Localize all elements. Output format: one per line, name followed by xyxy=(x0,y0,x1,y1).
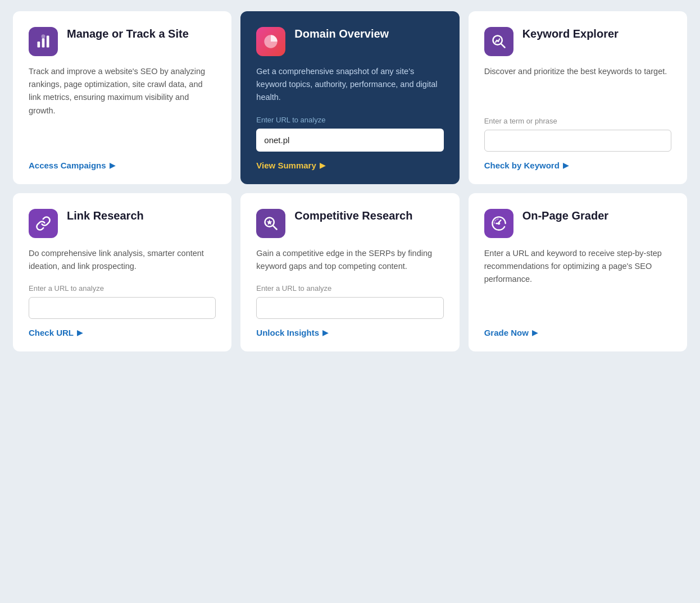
card-link-competitive-research[interactable]: Unlock Insights ▶ xyxy=(256,328,328,337)
card-title-wrap-competitive-research: Competitive Research xyxy=(294,209,412,222)
card-link-domain-overview[interactable]: View Summary ▶ xyxy=(256,161,325,170)
card-link-arrow-link-research: ▶ xyxy=(77,328,83,337)
card-footer-manage-track: Access Campaigns ▶ xyxy=(29,161,216,171)
star-search-icon xyxy=(256,209,285,238)
card-competitive-research: Competitive Research Gain a competitive … xyxy=(240,193,459,351)
card-footer-domain-overview: Enter URL to analyze View Summary ▶ xyxy=(256,116,443,171)
card-body-link-research: Do comprehensive link analysis, smarter … xyxy=(29,247,216,273)
card-header-competitive-research: Competitive Research xyxy=(256,209,443,238)
card-footer-competitive-research: Enter a URL to analyze Unlock Insights ▶ xyxy=(256,284,443,338)
svg-marker-8 xyxy=(267,220,272,225)
svg-rect-2 xyxy=(47,36,49,48)
card-link-label-manage-track: Access Campaigns xyxy=(29,161,106,170)
card-on-page-grader: On-Page Grader Enter a URL and keyword t… xyxy=(469,193,687,351)
search-graph-icon xyxy=(484,27,513,56)
card-title-wrap-on-page-grader: On-Page Grader xyxy=(522,209,608,222)
card-body-domain-overview: Get a comprehensive snapshot of any site… xyxy=(256,65,443,104)
card-title-domain-overview: Domain Overview xyxy=(294,27,389,40)
card-footer-keyword-explorer: Enter a term or phrase Check by Keyword … xyxy=(484,117,671,171)
pie-chart-icon xyxy=(256,27,285,56)
card-link-arrow-on-page-grader: ▶ xyxy=(532,328,538,337)
svg-line-7 xyxy=(273,226,276,229)
svg-rect-1 xyxy=(42,38,45,47)
card-title-wrap-manage-track: Manage or Track a Site xyxy=(67,27,189,40)
url-input-domain-overview[interactable] xyxy=(256,129,443,152)
card-header-on-page-grader: On-Page Grader xyxy=(484,209,671,238)
gauge-icon xyxy=(484,209,513,238)
input-label-competitive-research: Enter a URL to analyze xyxy=(256,284,443,293)
card-body-on-page-grader: Enter a URL and keyword to receive step-… xyxy=(484,247,671,317)
svg-rect-0 xyxy=(38,42,40,48)
card-manage-track: Manage or Track a Site Track and improve… xyxy=(13,11,231,184)
card-link-label-competitive-research: Unlock Insights xyxy=(256,328,319,337)
input-label-keyword-explorer: Enter a term or phrase xyxy=(484,117,671,125)
card-link-label-link-research: Check URL xyxy=(29,328,74,337)
card-header-link-research: Link Research xyxy=(29,209,216,238)
card-body-keyword-explorer: Discover and prioritize the best keyword… xyxy=(484,65,671,106)
card-link-link-research[interactable]: Check URL ▶ xyxy=(29,328,83,337)
card-link-label-on-page-grader: Grade Now xyxy=(484,328,529,337)
card-title-wrap-keyword-explorer: Keyword Explorer xyxy=(522,27,619,40)
card-link-on-page-grader[interactable]: Grade Now ▶ xyxy=(484,328,538,337)
card-header-keyword-explorer: Keyword Explorer xyxy=(484,27,671,56)
card-footer-on-page-grader: Grade Now ▶ xyxy=(484,328,671,338)
card-title-link-research: Link Research xyxy=(67,209,144,222)
svg-line-5 xyxy=(501,44,504,47)
url-input-link-research[interactable] xyxy=(29,297,216,319)
card-title-wrap-link-research: Link Research xyxy=(67,209,144,222)
card-link-arrow-manage-track: ▶ xyxy=(110,161,115,170)
card-title-keyword-explorer: Keyword Explorer xyxy=(522,27,619,40)
card-title-wrap-domain-overview: Domain Overview xyxy=(294,27,389,40)
card-link-arrow-competitive-research: ▶ xyxy=(322,328,328,337)
card-title-competitive-research: Competitive Research xyxy=(294,209,412,222)
input-label-domain-overview: Enter URL to analyze xyxy=(256,116,443,124)
card-link-label-domain-overview: View Summary xyxy=(256,161,316,170)
card-title-manage-track: Manage or Track a Site xyxy=(67,27,189,40)
card-link-label-keyword-explorer: Check by Keyword xyxy=(484,161,560,170)
link-icon xyxy=(29,209,58,238)
card-title-on-page-grader: On-Page Grader xyxy=(522,209,608,222)
card-link-manage-track[interactable]: Access Campaigns ▶ xyxy=(29,161,115,170)
card-header-domain-overview: Domain Overview xyxy=(256,27,443,56)
card-header-manage-track: Manage or Track a Site xyxy=(29,27,216,56)
card-link-research: Link Research Do comprehensive link anal… xyxy=(13,193,231,351)
card-link-keyword-explorer[interactable]: Check by Keyword ▶ xyxy=(484,161,569,170)
card-link-arrow-keyword-explorer: ▶ xyxy=(563,161,569,170)
url-input-competitive-research[interactable] xyxy=(256,297,443,319)
input-label-link-research: Enter a URL to analyze xyxy=(29,284,216,293)
card-grid: Manage or Track a Site Track and improve… xyxy=(13,11,687,351)
card-domain-overview: Domain Overview Get a comprehensive snap… xyxy=(240,11,459,184)
card-body-manage-track: Track and improve a website's SEO by ana… xyxy=(29,65,216,149)
url-input-keyword-explorer[interactable] xyxy=(484,130,671,152)
card-body-competitive-research: Gain a competitive edge in the SERPs by … xyxy=(256,247,443,273)
svg-point-3 xyxy=(42,34,46,38)
card-keyword-explorer: Keyword Explorer Discover and prioritize… xyxy=(469,11,687,184)
card-link-arrow-domain-overview: ▶ xyxy=(320,161,325,170)
bar-chart-icon xyxy=(29,27,58,56)
card-footer-link-research: Enter a URL to analyze Check URL ▶ xyxy=(29,284,216,338)
